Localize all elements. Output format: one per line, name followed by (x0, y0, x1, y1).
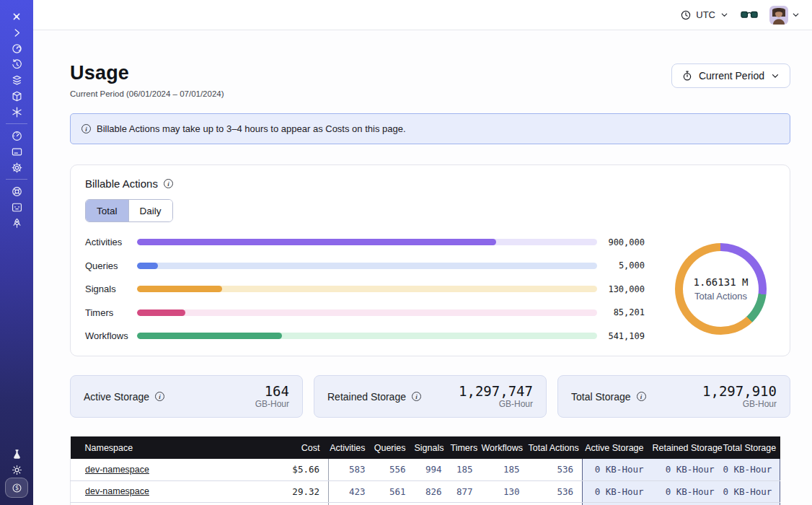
total-actions-value: 1.66131 M (694, 276, 749, 288)
tab-daily[interactable]: Daily (128, 200, 172, 221)
topbar: UTC (33, 0, 812, 30)
bar-track (137, 239, 597, 245)
swirl-icon[interactable] (6, 40, 27, 56)
col-timers: Timers (451, 436, 482, 459)
bar-value: 130,000 (597, 284, 645, 294)
cost-cell: $3.35 (244, 502, 329, 505)
info-icon[interactable]: i (412, 392, 421, 401)
bar-label: Activities (85, 237, 137, 247)
sidebar: $ (0, 0, 33, 505)
queries-cell: 536 (374, 502, 415, 505)
signals-cell: 826 (415, 480, 451, 502)
storage-card-unit: GB-Hour (702, 399, 777, 409)
timezone-label: UTC (696, 9, 715, 20)
col-workflows: Workflows (482, 436, 529, 459)
retained-storage-cell: 0 KB-Hour (653, 502, 723, 505)
bar-track (137, 309, 597, 316)
workflows-cell: 185 (482, 459, 529, 480)
billable-bar-chart: Activities 900,000 Queries 5,000 Signals… (85, 237, 645, 341)
bar-track (137, 263, 597, 269)
bar-track (137, 286, 597, 292)
bar-value: 85,201 (597, 307, 645, 317)
storage-card-label: Active Storage (84, 391, 149, 403)
chevron-down-icon (791, 10, 800, 19)
table-header-row: Namespace Cost Activities Queries Signal… (71, 436, 780, 459)
temporal-logo-icon[interactable] (6, 9, 27, 25)
total-storage-card: Total Storage i 1,297,910 GB-Hour (557, 375, 790, 418)
cost-cell: 29.32 (244, 480, 329, 502)
timers-cell: 816 (451, 502, 482, 505)
info-icon[interactable]: i (164, 179, 173, 188)
total-actions-cell: 536 (529, 480, 583, 502)
cube-icon[interactable] (6, 88, 27, 104)
col-cost: Cost (244, 436, 329, 459)
timers-cell: 185 (451, 459, 482, 480)
dollar-coin-icon[interactable]: $ (5, 478, 28, 498)
activities-cell: 492 (329, 502, 374, 505)
col-namespace: Namespace (71, 436, 244, 459)
total-actions-cell: 536 (529, 459, 583, 480)
info-icon: i (81, 124, 91, 133)
total-storage-cell: 0 KB-Hour (723, 459, 780, 480)
bar-label: Workflows (85, 330, 137, 341)
credit-card-icon[interactable] (6, 144, 27, 159)
namespace-usage-table: Namespace Cost Activities Queries Signal… (70, 436, 780, 505)
col-queries: Queries (374, 436, 415, 459)
current-period-subtitle: Current Period (06/01/2024 – 07/01/2024) (70, 89, 224, 98)
tab-total[interactable]: Total (86, 200, 128, 221)
timers-cell: 877 (451, 480, 482, 502)
bar-row-queries: Queries 5,000 (85, 260, 645, 271)
table-row: dev-namespace $3.35 492 536 883 816 600 … (71, 502, 780, 505)
bar-label: Queries (85, 260, 137, 271)
storage-card-value: 1,297,747 (459, 384, 533, 399)
queries-cell: 556 (374, 459, 415, 480)
bar-value: 5,000 (597, 260, 645, 271)
stack-icon[interactable] (6, 72, 27, 88)
info-icon[interactable]: i (637, 392, 646, 401)
namespace-link[interactable]: dev-namespace (85, 486, 149, 496)
info-icon[interactable]: i (155, 392, 164, 401)
gauge-icon[interactable] (6, 128, 27, 144)
table-row: dev-namespace $5.66 583 556 994 185 185 … (71, 459, 780, 480)
terminal-icon[interactable] (6, 199, 27, 215)
avatar (769, 6, 788, 25)
rocket-icon[interactable] (6, 215, 27, 231)
svg-text:$: $ (15, 485, 19, 491)
chevron-down-icon (770, 71, 780, 81)
billable-actions-card: Billable Actions i Total Daily Activitie… (70, 164, 790, 356)
history-icon[interactable] (6, 56, 27, 72)
activities-cell: 583 (329, 459, 374, 480)
asterisk-icon[interactable] (6, 104, 27, 120)
user-menu[interactable] (769, 6, 800, 25)
info-banner: i Billable Actions may take up to 3–4 ho… (70, 113, 790, 144)
flask-icon[interactable] (6, 446, 27, 462)
bar-row-workflows: Workflows 541,109 (85, 330, 645, 341)
active-storage-cell: 0 KB-Hour (583, 502, 653, 505)
glasses-icon[interactable] (741, 9, 758, 20)
total-storage-cell: 0 KB-Hour (723, 502, 780, 505)
sun-icon[interactable] (6, 462, 27, 478)
gear-icon[interactable] (6, 159, 27, 175)
storage-card-unit: GB-Hour (255, 399, 289, 409)
billable-actions-title: Billable Actions (85, 177, 158, 190)
col-signals: Signals (415, 436, 451, 459)
active-storage-cell: 0 KB-Hour (583, 459, 653, 480)
bar-row-activities: Activities 900,000 (85, 237, 645, 247)
storage-card-unit: GB-Hour (459, 399, 533, 409)
total-storage-cell: 0 KB-Hour (723, 480, 780, 502)
bar-row-timers: Timers 85,201 (85, 307, 645, 318)
current-period-button[interactable]: Current Period (671, 63, 790, 88)
queries-cell: 561 (374, 480, 415, 502)
bar-row-signals: Signals 130,000 (85, 284, 645, 294)
table-row: dev-namespace 29.32 423 561 826 877 130 … (71, 480, 780, 502)
bar-label: Timers (85, 307, 137, 318)
timezone-selector[interactable]: UTC (680, 9, 729, 21)
lifebuoy-icon[interactable] (6, 183, 27, 199)
collapse-chevron-icon[interactable] (6, 25, 27, 40)
storage-card-value: 1,297,910 (702, 384, 777, 399)
workflows-cell: 600 (482, 502, 529, 505)
stopwatch-icon (681, 70, 693, 82)
retained-storage-cell: 0 KB-Hour (653, 459, 723, 480)
namespace-link[interactable]: dev-namespace (85, 465, 149, 475)
cost-cell: $5.66 (244, 459, 329, 480)
